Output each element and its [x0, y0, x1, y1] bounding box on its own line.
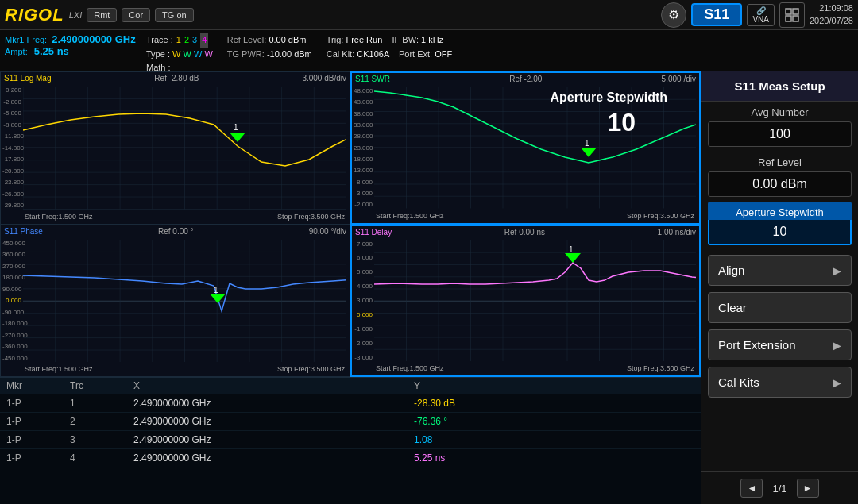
gear-button[interactable]: ⚙ — [661, 2, 686, 28]
plot-bl-div: 90.00 °/div — [309, 227, 346, 236]
svg-text:1: 1 — [234, 123, 238, 132]
ref-level-label: Ref Level: — [227, 35, 267, 44]
s11-button[interactable]: S11 — [691, 3, 742, 26]
row3-trc: 3 — [70, 434, 133, 445]
plots-area: S11 Log Mag Ref -2.80 dB 3.000 dB/div 0.… — [0, 71, 701, 377]
row3-x: 2.490000000 GHz — [133, 434, 414, 445]
right-panel: S11 Meas Setup Avg Number 100 Ref Level … — [701, 71, 858, 504]
rmt-button[interactable]: Rmt — [87, 8, 117, 22]
plot-tl-canvas: 1 — [23, 87, 346, 210]
row2-x: 2.490000000 GHz — [133, 416, 414, 427]
clear-button[interactable]: Clear — [708, 292, 852, 323]
plot-tr-svg: 1 — [374, 87, 696, 209]
cor-button[interactable]: Cor — [122, 8, 150, 22]
table-row[interactable]: 1-P 2 2.490000000 GHz -76.36 ° — [0, 413, 701, 431]
type-w4: W — [204, 49, 212, 59]
if-bw-val: 1 kHz — [421, 35, 443, 44]
row3-mkr: 1-P — [6, 434, 70, 445]
row1-trc: 1 — [70, 398, 133, 409]
plot-s11-logmag[interactable]: S11 Log Mag Ref -2.80 dB 3.000 dB/div 0.… — [0, 71, 350, 225]
mkr-ampt-label: Ampt: — [5, 47, 28, 56]
plot-s11-phase[interactable]: S11 Phase Ref 0.00 ° 90.00 °/div 450.000… — [0, 225, 350, 378]
plot-tl-y-axis: 0.200-2.800-5.800-8.800-11.800 -14.800-1… — [1, 87, 23, 210]
cal-kits-button[interactable]: Cal Kits ▶ — [708, 367, 852, 398]
row4-mkr: 1-P — [6, 452, 70, 464]
type-label: Type : — [146, 49, 170, 59]
row2-y: -76.36 ° — [414, 416, 694, 427]
plot-bl-header: S11 Phase Ref 0.00 ° 90.00 °/div — [1, 225, 350, 237]
trace-2[interactable]: 2 — [184, 33, 189, 48]
plot-bl-y-axis: 450.000360.000270.000180.00090.000 0.000… — [1, 240, 23, 363]
svg-text:1: 1 — [214, 286, 218, 294]
rp-title: S11 Meas Setup — [701, 71, 858, 102]
row1-y: -28.30 dB — [414, 398, 694, 409]
aperture-stepwidth-overlay-label: Aperture Stepwidth — [550, 90, 667, 105]
trace-label: Trace : — [146, 33, 173, 48]
plot-tr-y-axis: 48.00043.00038.00033.00028.000 23.00018.… — [352, 87, 374, 209]
table-row[interactable]: 1-P 3 2.490000000 GHz 1.08 — [0, 431, 701, 449]
top-bar: RIGOL LXI Rmt Cor TG on ⚙ S11 🔗 VNA 21:0… — [0, 0, 858, 30]
table-header: Mkr Trc X Y — [0, 378, 701, 394]
grid-icon — [784, 7, 800, 23]
plot-s11-swr[interactable]: S11 SWR Ref -2.00 5.000 /div 48.00043.00… — [350, 71, 701, 225]
marker-info: Mkr1 Freq: 2.490000000 GHz Ampt: 5.25 ns — [5, 33, 140, 57]
table-row[interactable]: 1-P 4 2.490000000 GHz 5.25 ns — [0, 449, 701, 467]
plot-tl-div: 3.000 dB/div — [302, 74, 346, 83]
cal-kit-val: CK106A — [357, 49, 388, 59]
plot-br-ref: Ref 0.00 ns — [504, 228, 545, 237]
plot-br-div: 1.00 ns/div — [658, 228, 696, 237]
page-prev-button[interactable]: ◄ — [740, 479, 763, 498]
tg-on-button[interactable]: TG on — [155, 8, 194, 22]
plot-bl-svg: 1 — [23, 240, 346, 363]
align-button[interactable]: Align ▶ — [708, 255, 852, 286]
data-table: Mkr Trc X Y 1-P 1 2.490000000 GHz -28.30… — [0, 377, 701, 504]
svg-rect-1 — [793, 9, 798, 14]
trace-row: Mkr1 Freq: 2.490000000 GHz Ampt: 5.25 ns… — [0, 30, 858, 71]
row1-x: 2.490000000 GHz — [133, 398, 414, 409]
ref-level-value[interactable]: 0.00 dBm — [708, 171, 852, 197]
align-arrow-icon: ▶ — [833, 264, 841, 277]
plot-br-title: S11 Delay — [355, 228, 392, 237]
page-info: 1/1 — [772, 483, 786, 494]
cal-kits-arrow-icon: ▶ — [833, 376, 841, 389]
port-extension-label: Port Extension — [718, 338, 796, 352]
trace-info: Trace : 1 2 3 4 Type : W W W W Math : — [146, 33, 213, 75]
type-w1: W — [172, 49, 180, 59]
plot-bl-title: S11 Phase — [4, 227, 43, 236]
mkr-ampt-val: 5.25 ns — [34, 45, 69, 57]
table-row[interactable]: 1-P 1 2.490000000 GHz -28.30 dB — [0, 394, 701, 413]
col-x-header: X — [133, 380, 414, 391]
ref-level-val: 0.00 dBm — [269, 35, 306, 44]
row3-y: 1.08 — [414, 434, 694, 445]
avg-number-value[interactable]: 100 — [708, 121, 852, 147]
trace-4[interactable]: 4 — [200, 33, 208, 48]
grid-button[interactable] — [779, 2, 805, 28]
tg-pwr-val: -10.00 dBm — [267, 49, 312, 59]
trace-1[interactable]: 1 — [176, 33, 181, 48]
mkr-freq-val: 2.490000000 GHz — [52, 33, 136, 45]
svg-rect-3 — [793, 16, 798, 21]
ref-level-label: Ref Level — [701, 152, 858, 170]
plot-br-x-axis: Start Freq:1.500 GHz Stop Freq:3.500 GHz — [374, 361, 696, 375]
aperture-stepwidth-label: Aperture Stepwidth — [708, 202, 852, 220]
plot-tl-x-axis: Start Freq:1.500 GHz Stop Freq:3.500 GHz — [23, 210, 346, 224]
page-next-button[interactable]: ► — [797, 479, 819, 498]
port-extension-button[interactable]: Port Extension ▶ — [708, 329, 852, 360]
aperture-stepwidth-value[interactable]: 10 — [708, 220, 852, 245]
port-ext-val: OFF — [435, 49, 452, 59]
row2-trc: 2 — [70, 416, 133, 427]
datetime-block: 21:09:08 2020/07/28 — [810, 2, 853, 27]
col-trc-header: Trc — [70, 380, 133, 391]
type-w2: W — [183, 49, 191, 59]
row4-x: 2.490000000 GHz — [133, 452, 414, 464]
rigol-logo: RIGOL — [5, 5, 64, 25]
trace-3[interactable]: 3 — [192, 33, 197, 48]
plot-s11-delay[interactable]: S11 Delay Ref 0.00 ns 1.00 ns/div 7.0006… — [350, 225, 701, 378]
if-bw-label: IF BW: — [392, 35, 419, 44]
cal-kit-label: Cal Kit: — [327, 49, 354, 59]
plot-tr-header: S11 SWR Ref -2.00 5.000 /div — [352, 73, 699, 85]
vna-button[interactable]: 🔗 VNA — [747, 4, 775, 26]
svg-text:1: 1 — [585, 139, 589, 148]
cal-kits-label: Cal Kits — [718, 375, 759, 389]
svg-text:1: 1 — [569, 245, 574, 254]
